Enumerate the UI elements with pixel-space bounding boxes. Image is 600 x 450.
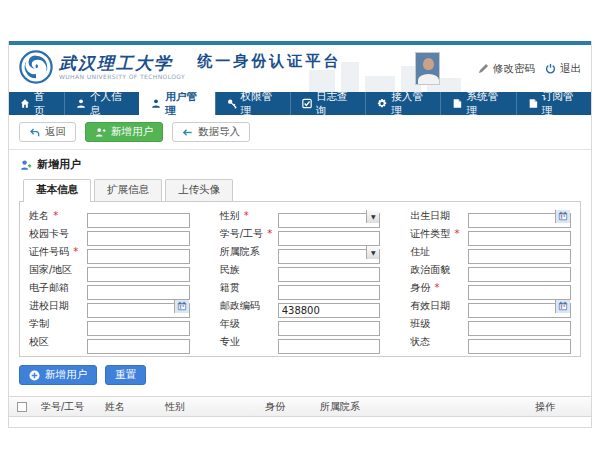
电子邮箱-input[interactable] — [87, 285, 190, 300]
user-icon — [76, 98, 86, 109]
field-label: 校区 — [29, 335, 87, 349]
form-tab-0[interactable]: 基本信息 — [23, 179, 91, 201]
form-tab-1[interactable]: 扩展信息 — [94, 179, 162, 201]
nav-item-5[interactable]: 接入管理 — [365, 92, 440, 115]
field-label: 专业 — [220, 335, 278, 349]
reset-button[interactable]: 重置 — [105, 365, 146, 385]
政治面貌-input[interactable] — [468, 267, 571, 282]
nav-item-7[interactable]: 订阅管理 — [516, 92, 591, 115]
platform-title: 统一身份认证平台 — [197, 50, 341, 71]
add-user-toolbar-button[interactable]: 新增用户 — [85, 122, 163, 142]
专业-input[interactable] — [278, 339, 381, 354]
form-field: 所属院系▼ — [220, 244, 381, 260]
性别-select[interactable] — [278, 213, 381, 228]
身份-input[interactable] — [468, 285, 571, 300]
form-field: 身份 * — [410, 280, 571, 296]
field-label: 出生日期 — [410, 209, 468, 223]
所属院系-select[interactable] — [278, 249, 381, 264]
user-avatar[interactable] — [415, 52, 440, 85]
import-arrow-icon — [182, 127, 193, 138]
校园卡号-input[interactable] — [87, 231, 190, 246]
form-field: 校区 — [29, 334, 190, 350]
form-field: 证件类型 * — [410, 226, 571, 242]
field-label: 校园卡号 — [29, 227, 87, 241]
field-label: 民族 — [220, 263, 278, 277]
calendar-icon — [558, 301, 568, 311]
required-marker: * — [267, 228, 272, 239]
select-all-checkbox[interactable] — [17, 402, 27, 412]
状态-input[interactable] — [468, 339, 571, 354]
国家/地区-input[interactable] — [87, 267, 190, 282]
field-label: 政治面貌 — [410, 263, 468, 277]
nav-item-6[interactable]: 系统管理 — [440, 92, 515, 115]
table-header-4: 所属院系 — [320, 400, 535, 414]
证件号码-input[interactable] — [87, 249, 190, 264]
power-icon — [545, 63, 556, 74]
submit-add-user-button[interactable]: 新增用户 — [19, 365, 97, 385]
field-label: 姓名 * — [29, 209, 87, 223]
data-import-button[interactable]: 数据导入 — [172, 122, 250, 142]
chevron-down-icon[interactable]: ▼ — [366, 210, 379, 223]
field-label: 证件号码 * — [29, 245, 87, 259]
校区-input[interactable] — [87, 339, 190, 354]
姓名-input[interactable] — [87, 213, 190, 228]
form-field: 状态 — [410, 334, 571, 350]
nav-item-2[interactable]: 用户管理 — [139, 92, 214, 115]
building-watermark — [341, 62, 359, 92]
notebook-icon — [452, 98, 462, 109]
field-label: 进校日期 — [29, 299, 87, 313]
logout-label: 退出 — [560, 62, 581, 76]
notebook-icon — [528, 98, 538, 109]
nav-item-1[interactable]: 个人信息 — [64, 92, 139, 115]
nav-item-label: 首页 — [34, 90, 53, 118]
form-field: 邮政编码 — [220, 298, 381, 314]
date-picker-button[interactable] — [555, 300, 570, 313]
邮政编码-input[interactable] — [278, 303, 381, 318]
back-button[interactable]: 返回 — [19, 122, 76, 142]
住址-input[interactable] — [468, 249, 571, 264]
证件类型-input[interactable] — [468, 231, 571, 246]
form-actions: 新增用户 重置 — [9, 357, 591, 391]
nav-item-0[interactable]: 首页 — [9, 92, 64, 115]
学号/工号-input[interactable] — [278, 231, 381, 246]
班级-input[interactable] — [468, 321, 571, 336]
result-table-empty-body — [9, 417, 591, 427]
chevron-down-icon[interactable]: ▼ — [366, 246, 379, 259]
required-marker: * — [455, 228, 460, 239]
home-icon — [20, 98, 30, 109]
form-tab-2[interactable]: 上传头像 — [165, 179, 233, 201]
submit-label: 新增用户 — [45, 368, 87, 382]
民族-input[interactable] — [278, 267, 381, 282]
form-field: 校园卡号 — [29, 226, 190, 242]
back-arrow-icon — [29, 127, 40, 138]
籍贯-input[interactable] — [278, 285, 381, 300]
logout-link[interactable]: 退出 — [545, 62, 581, 76]
required-marker: * — [53, 210, 58, 221]
form-field: 电子邮箱 — [29, 280, 190, 296]
field-label: 邮政编码 — [220, 299, 278, 313]
required-marker: * — [435, 282, 440, 293]
new-user-form: 姓名 *性别 *▼出生日期校园卡号学号/工号 *证件类型 *证件号码 *所属院系… — [19, 201, 581, 357]
users-icon — [151, 98, 161, 109]
nav-item-3[interactable]: 权限管理 — [215, 92, 290, 115]
nav-item-label: 系统管理 — [466, 90, 504, 118]
学制-input[interactable] — [87, 321, 190, 336]
年级-input[interactable] — [278, 321, 381, 336]
main-nav: 首页个人信息用户管理权限管理日志查询接入管理系统管理订阅管理 — [9, 92, 591, 115]
date-picker-button[interactable] — [555, 210, 570, 223]
nav-item-4[interactable]: 日志查询 — [290, 92, 365, 115]
form-field: 进校日期 — [29, 298, 190, 314]
brand: 武汉理工大学 WUHAN UNIVERSITY OF TECHNOLOGY 统一… — [19, 50, 341, 84]
pencil-icon — [478, 63, 489, 74]
change-password-label: 修改密码 — [493, 62, 535, 76]
result-table-header: 学号/工号姓名性别身份所属院系操作 — [9, 396, 591, 417]
field-label: 所属院系 — [220, 245, 278, 259]
data-import-label: 数据导入 — [198, 125, 240, 139]
date-picker-button[interactable] — [174, 300, 189, 313]
field-label: 籍贯 — [220, 281, 278, 295]
form-tabs: 基本信息扩展信息上传头像 — [23, 179, 591, 201]
content: 返回 新增用户 数据导入 新增用户 基本信息扩展信息上传头像 姓名 *性别 *▼… — [9, 115, 591, 427]
field-label: 班级 — [410, 317, 468, 331]
change-password-link[interactable]: 修改密码 — [478, 62, 535, 76]
required-marker: * — [244, 210, 249, 221]
